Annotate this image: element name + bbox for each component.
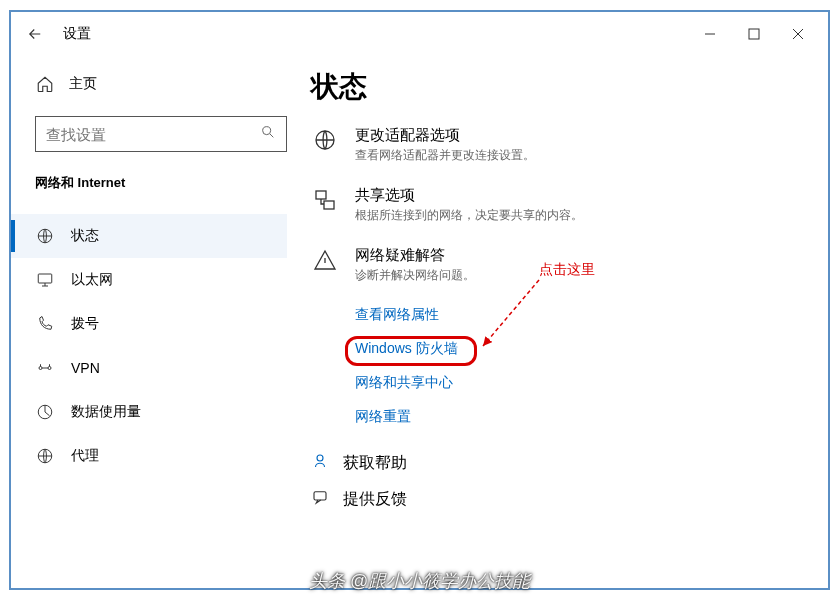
adapter-options[interactable]: 更改适配器选项 查看网络适配器并更改连接设置。 <box>311 126 804 164</box>
link-firewall[interactable]: Windows 防火墙 <box>355 340 804 358</box>
nav-label: VPN <box>71 360 100 376</box>
home-icon <box>35 74 55 94</box>
footer-label: 提供反馈 <box>343 489 407 510</box>
svg-rect-11 <box>324 201 334 209</box>
svg-rect-1 <box>749 29 759 39</box>
link-network-props[interactable]: 查看网络属性 <box>355 306 804 324</box>
sidebar: 主页 网络和 Internet 状态 以太网 拨号 <box>11 56 311 588</box>
search-icon <box>260 124 276 144</box>
setting-desc: 根据所连接到的网络，决定要共享的内容。 <box>355 207 583 224</box>
feedback-icon <box>311 488 329 510</box>
search-box[interactable] <box>35 116 287 152</box>
get-help[interactable]: 获取帮助 <box>311 452 804 474</box>
globe-icon <box>35 446 55 466</box>
svg-rect-4 <box>38 274 52 283</box>
link-network-reset[interactable]: 网络重置 <box>355 408 804 426</box>
home-label: 主页 <box>69 75 97 93</box>
network-icon <box>311 186 339 214</box>
svg-rect-13 <box>314 492 326 500</box>
titlebar: 设置 <box>11 12 828 56</box>
nav-vpn[interactable]: VPN <box>11 346 287 390</box>
vpn-icon <box>35 358 55 378</box>
close-button[interactable] <box>776 18 820 50</box>
sharing-options[interactable]: 共享选项 根据所连接到的网络，决定要共享的内容。 <box>311 186 804 224</box>
setting-title: 更改适配器选项 <box>355 126 535 145</box>
nav-label: 状态 <box>71 227 99 245</box>
main-panel: 状态 更改适配器选项 查看网络适配器并更改连接设置。 共享选项 根据所连接到的网… <box>311 56 828 588</box>
annotation-callout: 点击这里 <box>539 261 595 279</box>
warning-icon <box>311 246 339 274</box>
svg-point-6 <box>48 367 51 370</box>
window-title: 设置 <box>63 25 91 43</box>
nav-label: 以太网 <box>71 271 113 289</box>
page-title: 状态 <box>311 68 804 106</box>
footer-label: 获取帮助 <box>343 453 407 474</box>
nav-label: 拨号 <box>71 315 99 333</box>
minimize-button[interactable] <box>688 18 732 50</box>
svg-point-12 <box>317 455 323 461</box>
phone-icon <box>35 314 55 334</box>
maximize-button[interactable] <box>732 18 776 50</box>
help-icon <box>311 452 329 474</box>
globe-icon <box>311 126 339 154</box>
nav-status[interactable]: 状态 <box>11 214 287 258</box>
setting-desc: 诊断并解决网络问题。 <box>355 267 475 284</box>
svg-rect-10 <box>316 191 326 199</box>
back-button[interactable] <box>19 18 51 50</box>
svg-point-2 <box>263 127 271 135</box>
give-feedback[interactable]: 提供反馈 <box>311 488 804 510</box>
section-header: 网络和 Internet <box>35 174 287 192</box>
nav-label: 代理 <box>71 447 99 465</box>
monitor-icon <box>35 270 55 290</box>
nav-label: 数据使用量 <box>71 403 141 421</box>
settings-window: 设置 主页 网络和 Internet 状态 <box>9 10 830 590</box>
link-sharing-center[interactable]: 网络和共享中心 <box>355 374 804 392</box>
nav-proxy[interactable]: 代理 <box>11 434 287 478</box>
setting-title: 网络疑难解答 <box>355 246 475 265</box>
setting-desc: 查看网络适配器并更改连接设置。 <box>355 147 535 164</box>
search-input[interactable] <box>46 126 260 143</box>
svg-point-5 <box>39 367 42 370</box>
nav-dialup[interactable]: 拨号 <box>11 302 287 346</box>
watermark: 头条 @跟小小筱学办公技能 <box>309 569 530 593</box>
nav-ethernet[interactable]: 以太网 <box>11 258 287 302</box>
nav-data-usage[interactable]: 数据使用量 <box>11 390 287 434</box>
home-link[interactable]: 主页 <box>35 66 287 102</box>
chart-icon <box>35 402 55 422</box>
setting-title: 共享选项 <box>355 186 583 205</box>
globe-icon <box>35 226 55 246</box>
